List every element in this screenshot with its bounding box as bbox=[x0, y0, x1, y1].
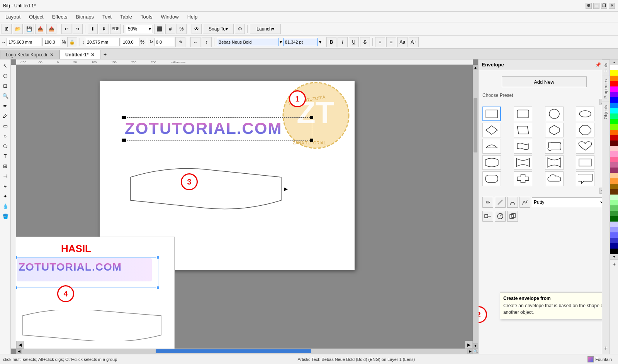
color-swatch[interactable] bbox=[610, 184, 618, 189]
new-button[interactable]: 🖹 bbox=[2, 24, 12, 34]
color-swatch[interactable] bbox=[610, 86, 618, 92]
launch-button[interactable]: Launch ▾ bbox=[250, 24, 281, 34]
x-coord-input[interactable] bbox=[7, 38, 41, 46]
export-button[interactable]: 📤 bbox=[46, 24, 56, 34]
canvas-area[interactable]: -100 -50 0 50 100 150 200 250 millimeter… bbox=[11, 59, 478, 354]
color-swatch[interactable] bbox=[610, 200, 618, 205]
color-swatch[interactable] bbox=[610, 92, 618, 97]
preset-bowtie-item[interactable] bbox=[545, 155, 564, 170]
color-swatch[interactable] bbox=[610, 108, 618, 113]
properties-tab[interactable]: Properties bbox=[602, 76, 610, 102]
table-tool[interactable]: ⊞ bbox=[1, 161, 10, 171]
v-scrollbar[interactable]: ▲ ▼ bbox=[473, 65, 478, 349]
apply-button[interactable] bbox=[482, 211, 493, 222]
view-button[interactable]: 👁 bbox=[192, 24, 202, 34]
save-button[interactable]: 💾 bbox=[24, 24, 34, 34]
preset-rounded2-item[interactable] bbox=[482, 171, 501, 186]
underline-button[interactable]: U bbox=[349, 37, 359, 47]
handle-tm3[interactable] bbox=[123, 116, 126, 119]
color-swatch[interactable] bbox=[610, 173, 618, 178]
mode-dropdown[interactable]: Putty Linear Freehand Bézier bbox=[532, 197, 606, 207]
h-scrollbar[interactable]: ◀ ▶ bbox=[16, 349, 473, 354]
snap-to-button[interactable]: Snap To ▾ bbox=[203, 24, 234, 34]
align-center-button[interactable]: ≡ bbox=[386, 37, 396, 47]
color-swatch[interactable] bbox=[610, 232, 618, 238]
double-arc-button[interactable] bbox=[520, 197, 530, 208]
preset-wavy-rect-item[interactable] bbox=[514, 139, 532, 154]
align-top-button[interactable]: ⬆ bbox=[88, 24, 98, 34]
preset-arc-item[interactable] bbox=[482, 139, 501, 154]
fill-tool[interactable]: 🪣 bbox=[1, 212, 10, 221]
color-swatch[interactable] bbox=[610, 243, 618, 249]
add-tab-button[interactable]: + bbox=[100, 50, 110, 59]
import-button[interactable]: 📥 bbox=[35, 24, 45, 34]
color-swatch[interactable] bbox=[610, 70, 618, 76]
menu-help[interactable]: Help bbox=[183, 13, 202, 21]
color-swatch[interactable] bbox=[610, 238, 618, 243]
color-swatch[interactable] bbox=[610, 65, 618, 70]
color-swatch[interactable] bbox=[610, 195, 618, 200]
preset-cloud-item[interactable] bbox=[545, 171, 564, 186]
preset-circle-item[interactable] bbox=[545, 107, 564, 121]
align-left-button[interactable]: ≡ bbox=[375, 37, 385, 47]
pdf-button[interactable]: PDF bbox=[110, 24, 121, 34]
color-swatch[interactable] bbox=[610, 135, 618, 141]
mirror-v-button[interactable]: ↕ bbox=[202, 37, 212, 47]
close-button[interactable]: ✕ bbox=[609, 3, 615, 9]
scroll-down-button[interactable]: ▼ bbox=[473, 343, 478, 349]
menu-table[interactable]: Table bbox=[116, 13, 136, 21]
color-swatch[interactable] bbox=[610, 249, 618, 254]
preset-rect2-item[interactable] bbox=[576, 155, 594, 170]
color-swatch[interactable] bbox=[610, 146, 618, 151]
straight-line-button[interactable] bbox=[495, 197, 506, 208]
fontsize-input[interactable] bbox=[283, 38, 318, 46]
preset-wide-ellipse-item[interactable] bbox=[576, 107, 594, 121]
palette-scroll-down[interactable]: ▼ bbox=[610, 254, 618, 259]
zoom-fit-button[interactable]: ⬛ bbox=[154, 24, 164, 34]
settings-button[interactable]: ⚙ bbox=[235, 24, 245, 34]
strikethrough-button[interactable]: S bbox=[360, 37, 370, 47]
preset-speech-item[interactable] bbox=[576, 171, 594, 186]
mirror-h-button[interactable]: ↔ bbox=[190, 37, 200, 47]
add-panel-button[interactable]: + bbox=[602, 342, 610, 354]
color-swatch[interactable] bbox=[610, 151, 618, 157]
font-input[interactable] bbox=[217, 38, 278, 46]
scroll-right-button[interactable]: ▶ bbox=[467, 349, 473, 354]
nav-next-button[interactable]: ▶ bbox=[465, 341, 473, 349]
edit-envelope-button[interactable]: ✏ bbox=[482, 197, 493, 208]
preset-hexagon-item[interactable] bbox=[545, 123, 564, 137]
preset-pinch-item[interactable] bbox=[514, 155, 532, 170]
color-swatch[interactable] bbox=[610, 178, 618, 184]
color-swatch[interactable] bbox=[610, 157, 618, 162]
color-swatch[interactable] bbox=[610, 216, 618, 222]
w-percent-input[interactable] bbox=[42, 38, 61, 46]
color-swatch[interactable] bbox=[610, 211, 618, 216]
color-swatch[interactable] bbox=[610, 162, 618, 168]
color-swatch[interactable] bbox=[610, 141, 618, 146]
settings-icon[interactable]: ⚙ bbox=[586, 3, 592, 9]
smartdraw-tool[interactable]: 🖊 bbox=[1, 111, 10, 120]
ellipse-tool[interactable]: ○ bbox=[1, 131, 10, 141]
color-swatch[interactable] bbox=[610, 76, 618, 81]
italic-button[interactable]: I bbox=[338, 37, 348, 47]
tab-logo-kedai[interactable]: Logo Kedai Kopi.cdr ✕ bbox=[0, 50, 59, 59]
preset-scroll-item[interactable] bbox=[545, 139, 564, 154]
curve-tool[interactable]: ✒ bbox=[1, 101, 10, 110]
restore-button[interactable]: ❐ bbox=[601, 3, 607, 9]
v-scrollbar-thumb[interactable] bbox=[474, 98, 477, 152]
palette-add-button[interactable]: + bbox=[610, 259, 618, 268]
angle-input[interactable] bbox=[154, 38, 174, 46]
objects-tab[interactable]: Objects bbox=[602, 102, 610, 122]
preset-parallelogram-item[interactable] bbox=[514, 123, 532, 137]
color-swatch[interactable] bbox=[610, 205, 618, 211]
tab-untitled1[interactable]: Untitled-1* ✕ bbox=[59, 50, 100, 59]
scroll-up-button[interactable]: ▲ bbox=[473, 65, 478, 70]
zoom-corner-icon[interactable]: 🔍 bbox=[473, 349, 478, 354]
handle-br[interactable] bbox=[310, 139, 313, 142]
zoom-level[interactable]: 50% ▾ bbox=[126, 25, 153, 33]
close-tab-icon[interactable]: ✕ bbox=[50, 52, 54, 58]
menu-text[interactable]: Text bbox=[98, 13, 115, 21]
color-swatch[interactable] bbox=[610, 97, 618, 103]
snap-percent-button[interactable]: % bbox=[177, 24, 187, 34]
preset-diamond-item[interactable] bbox=[482, 123, 501, 137]
